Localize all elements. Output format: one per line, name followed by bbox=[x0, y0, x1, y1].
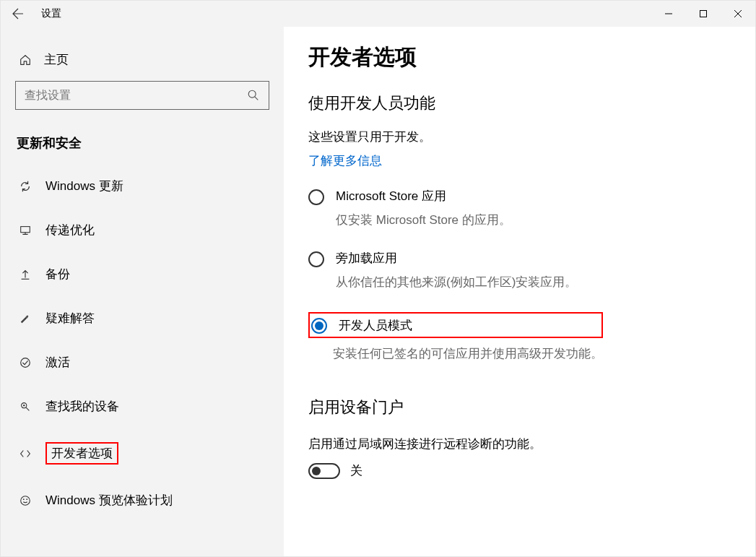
upload-icon bbox=[18, 267, 32, 282]
back-button[interactable] bbox=[1, 1, 35, 27]
sidebar-item-backup[interactable]: 备份 bbox=[15, 256, 269, 293]
title-bar-left: 设置 bbox=[1, 1, 61, 27]
svg-line-5 bbox=[255, 97, 258, 100]
search-icon bbox=[247, 89, 260, 102]
close-button[interactable] bbox=[721, 1, 755, 27]
radio-label: Microsoft Store 应用 bbox=[336, 188, 511, 204]
radio-desc: 安装任何已签名的可信应用并使用高级开发功能。 bbox=[333, 345, 603, 362]
radio-icon bbox=[308, 189, 324, 205]
device-portal-toggle-row: 关 bbox=[308, 462, 731, 479]
svg-rect-1 bbox=[700, 11, 707, 17]
home-label: 主页 bbox=[44, 51, 69, 68]
radio-label: 开发人员模式 bbox=[339, 317, 412, 334]
svg-rect-6 bbox=[21, 226, 30, 232]
insider-icon bbox=[18, 493, 32, 508]
svg-point-8 bbox=[21, 358, 30, 367]
maximize-icon bbox=[699, 9, 708, 18]
arrow-left-icon bbox=[12, 8, 24, 20]
delivery-icon bbox=[18, 223, 32, 238]
developer-mode-radio-group: Microsoft Store 应用 仅安装 Microsoft Store 的… bbox=[308, 188, 731, 362]
sidebar-item-troubleshoot[interactable]: 疑难解答 bbox=[15, 300, 269, 337]
sidebar-item-label: 传递优化 bbox=[45, 222, 95, 238]
sidebar-item-label: 备份 bbox=[45, 266, 70, 282]
sidebar-item-label: Windows 更新 bbox=[45, 178, 123, 194]
page-title: 开发者选项 bbox=[308, 43, 731, 72]
section-device-portal-desc: 启用通过局域网连接进行远程诊断的功能。 bbox=[308, 436, 731, 452]
radio-desc: 从你信任的其他来源(例如工作区)安装应用。 bbox=[336, 274, 577, 290]
minimize-button[interactable] bbox=[651, 1, 686, 27]
maximize-button[interactable] bbox=[686, 1, 721, 27]
sidebar-item-activation[interactable]: 激活 bbox=[15, 344, 269, 381]
sidebar-item-insider-program[interactable]: Windows 预览体验计划 bbox=[15, 482, 269, 519]
category-header: 更新和安全 bbox=[15, 127, 269, 160]
search-box[interactable] bbox=[15, 81, 269, 110]
home-icon bbox=[18, 53, 32, 67]
svg-point-12 bbox=[23, 498, 25, 500]
wrench-icon bbox=[18, 311, 32, 326]
toggle-state-label: 关 bbox=[350, 462, 362, 479]
title-bar: 设置 bbox=[1, 1, 755, 27]
sidebar-item-label: 疑难解答 bbox=[45, 310, 95, 327]
sidebar: 主页 更新和安全 Windows 更新 传递优化 备份 bbox=[1, 27, 284, 556]
section-developer-features-desc: 这些设置只用于开发。 bbox=[308, 129, 731, 145]
svg-point-10 bbox=[23, 405, 25, 406]
app-title: 设置 bbox=[35, 7, 61, 20]
radio-microsoft-store-apps[interactable]: Microsoft Store 应用 仅安装 Microsoft Store 的… bbox=[308, 188, 731, 228]
sidebar-item-developer-options[interactable]: 开发者选项 bbox=[15, 432, 269, 475]
svg-point-11 bbox=[21, 496, 30, 505]
sidebar-item-label: 查找我的设备 bbox=[45, 398, 119, 415]
window-controls bbox=[651, 1, 755, 27]
check-circle-icon bbox=[18, 355, 32, 370]
radio-desc: 仅安装 Microsoft Store 的应用。 bbox=[336, 212, 511, 228]
radio-developer-mode[interactable]: 开发人员模式 安装任何已签名的可信应用并使用高级开发功能。 bbox=[308, 312, 731, 362]
radio-label: 旁加载应用 bbox=[336, 250, 577, 267]
radio-icon bbox=[311, 318, 327, 334]
sidebar-item-label: 开发者选项 bbox=[45, 442, 118, 465]
content-area: 主页 更新和安全 Windows 更新 传递优化 备份 bbox=[1, 27, 755, 556]
sidebar-item-label: Windows 预览体验计划 bbox=[45, 492, 173, 509]
sidebar-item-windows-update[interactable]: Windows 更新 bbox=[15, 168, 269, 204]
find-device-icon bbox=[18, 400, 32, 414]
section-device-portal-title: 启用设备门户 bbox=[308, 397, 731, 418]
sidebar-item-label: 激活 bbox=[45, 354, 70, 371]
sidebar-item-find-my-device[interactable]: 查找我的设备 bbox=[15, 388, 269, 425]
home-link[interactable]: 主页 bbox=[15, 44, 269, 74]
radio-sideload-apps[interactable]: 旁加载应用 从你信任的其他来源(例如工作区)安装应用。 bbox=[308, 250, 731, 290]
device-portal-toggle[interactable] bbox=[308, 463, 340, 479]
code-icon bbox=[18, 446, 32, 461]
learn-more-link[interactable]: 了解更多信息 bbox=[308, 152, 382, 169]
main-content: 开发者选项 使用开发人员功能 这些设置只用于开发。 了解更多信息 Microso… bbox=[284, 27, 755, 556]
svg-point-13 bbox=[26, 498, 27, 500]
toggle-knob-icon bbox=[312, 467, 321, 475]
svg-point-4 bbox=[248, 90, 256, 98]
radio-icon bbox=[308, 251, 324, 267]
sync-icon bbox=[18, 179, 32, 194]
close-icon bbox=[734, 9, 742, 18]
sidebar-item-delivery-optimization[interactable]: 传递优化 bbox=[15, 212, 269, 249]
search-input[interactable] bbox=[25, 89, 241, 102]
minimize-icon bbox=[664, 9, 673, 18]
section-developer-features-title: 使用开发人员功能 bbox=[308, 92, 731, 114]
